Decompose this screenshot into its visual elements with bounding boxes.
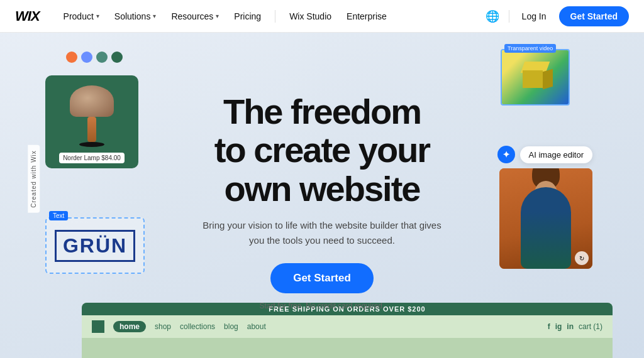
cube-front — [523, 70, 543, 88]
strip-blog-link[interactable]: blog — [224, 322, 238, 331]
instagram-icon[interactable]: ig — [555, 322, 562, 331]
lamp-shade — [70, 85, 114, 117]
lamp-image — [67, 82, 117, 151]
3d-cube-visual — [516, 62, 554, 93]
ai-editor-widget: ✦ AI image editor — [497, 146, 592, 163]
logo[interactable]: WIX — [15, 8, 40, 24]
photo-background: ↻ — [499, 168, 592, 269]
gruen-text-widget: Text GRÜN — [45, 217, 145, 274]
person-body — [521, 187, 571, 269]
ai-editor-label: AI image editor — [520, 146, 592, 163]
chevron-down-icon: ▾ — [153, 13, 156, 19]
gruen-logo-text: GRÜN — [55, 230, 135, 262]
nav-right: 🌐 Log In Get Started — [484, 6, 629, 26]
nav-item-enterprise[interactable]: Enterprise — [340, 8, 393, 25]
strip-right-area: f ig in cart (1) — [548, 322, 602, 331]
nav-item-pricing[interactable]: Pricing — [228, 8, 267, 25]
ai-icon: ✦ — [497, 146, 515, 163]
text-tag: Text — [49, 211, 68, 220]
color-dots-widget — [66, 52, 123, 63]
settings-icon: ⚙ — [92, 320, 104, 333]
hero-text-block: The freedom to create your own website B… — [203, 92, 441, 312]
hero-subtext: Bring your vision to life with the websi… — [203, 218, 441, 248]
strip-home-link[interactable]: home — [113, 321, 146, 332]
dot-orange — [66, 52, 77, 63]
transparent-video-widget: Transparent video — [501, 49, 570, 106]
photo-widget: ↻ — [499, 168, 592, 269]
strip-collections-link[interactable]: collections — [180, 322, 215, 331]
nav-right-divider — [509, 10, 509, 23]
nav-get-started-button[interactable]: Get Started — [559, 6, 629, 26]
lamp-foot — [79, 142, 104, 147]
dot-green — [111, 52, 123, 63]
transparent-video-preview — [502, 50, 569, 104]
strip-cart-link[interactable]: cart (1) — [579, 322, 602, 331]
chevron-down-icon: ▾ — [216, 13, 219, 19]
lamp-card: Norder Lamp $84.00 — [45, 75, 138, 168]
transparent-video-label: Transparent video — [504, 44, 556, 53]
hero-note: Start for free. No credit card required. — [260, 301, 385, 310]
nav-item-solutions[interactable]: Solutions ▾ — [108, 8, 163, 25]
strip-shop-link[interactable]: shop — [155, 322, 171, 331]
nav-item-wixstudio[interactable]: Wix Studio — [283, 8, 338, 25]
lamp-price-label: Norder Lamp $84.00 — [59, 153, 125, 163]
strip-about-link[interactable]: about — [247, 322, 266, 331]
dot-blue — [81, 52, 92, 63]
photo-edit-icon[interactable]: ↻ — [575, 251, 589, 265]
nav-item-product[interactable]: Product ▾ — [57, 8, 106, 25]
globe-icon[interactable]: 🌐 — [484, 8, 501, 25]
created-with-wix-label: Created with Wix — [28, 145, 40, 213]
login-button[interactable]: Log In — [517, 8, 552, 25]
nav-item-resources[interactable]: Resources ▾ — [165, 8, 225, 25]
lamp-base — [87, 117, 96, 142]
linkedin-icon[interactable]: in — [567, 322, 574, 331]
nav-divider — [275, 10, 275, 23]
strip-navigation: ⚙ home shop collections blog about f ig … — [82, 315, 613, 338]
nav-links: Product ▾ Solutions ▾ Resources ▾ Pricin… — [57, 8, 484, 25]
navbar: WIX Product ▾ Solutions ▾ Resources ▾ Pr… — [0, 0, 644, 33]
facebook-icon[interactable]: f — [548, 322, 550, 331]
hero-cta-button[interactable]: Get Started — [270, 263, 374, 293]
hero-headline: The freedom to create your own website — [203, 92, 441, 209]
dot-teal — [96, 52, 108, 63]
chevron-down-icon: ▾ — [96, 13, 99, 19]
cube-side — [543, 69, 553, 89]
